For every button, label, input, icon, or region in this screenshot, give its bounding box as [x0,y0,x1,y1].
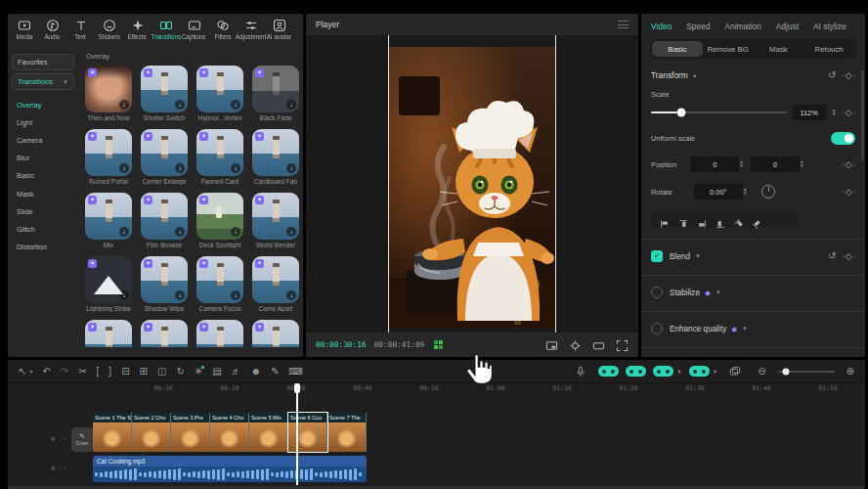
favorites-button[interactable]: Favorites [12,54,74,70]
inspector-scrollbar[interactable] [861,70,864,160]
align-left-icon[interactable] [660,215,670,225]
clip-scene-7-the[interactable]: Scene 7 The [327,413,367,452]
toolbar-item-media[interactable]: Media [10,17,38,40]
select-caret-icon[interactable]: ▾ [29,369,32,375]
position-y-field[interactable]: 0 [751,156,800,172]
transition-card-center-enlarge[interactable]: ✦↓Center Enlarge [141,129,188,185]
transition-card-camera-focus[interactable]: ✦↓Camera Focus [196,256,243,312]
clip-scene-3-pre[interactable]: Scene 3 Pre [171,413,210,452]
video-preview[interactable] [389,47,555,329]
timeline-zoom-slider[interactable] [778,371,835,373]
chevron-down-icon[interactable]: ▼ [695,253,701,259]
position-x-field[interactable]: 0 [690,156,739,172]
collapse-icon[interactable]: ▲ [692,72,698,78]
rotate-stepper[interactable]: ▲▼ [743,188,748,197]
uniform-scale-toggle[interactable] [831,132,855,145]
crop-icon[interactable]: ⊞ [140,367,148,377]
track-lock-icon[interactable]: ▪ [65,465,66,470]
zoom-in-icon[interactable]: ⊕ [846,367,854,377]
sidebar-item-overlay[interactable]: Overlay [8,96,78,113]
mirror-icon[interactable]: ◫ [157,367,166,377]
toolbar-item-effects[interactable]: Effects [123,17,152,40]
track-toggle-4[interactable] [689,366,710,377]
sidebar-item-mask[interactable]: Mask [8,185,78,202]
draw-icon[interactable]: ✎ [271,367,279,377]
undo-icon[interactable]: ↶ [42,367,50,377]
transform-keyframe-icon[interactable]: ‹◇› [842,70,855,80]
toolbar-item-stickers[interactable]: Stickers [95,17,123,40]
sidebar-item-camera[interactable]: Camera [8,131,78,149]
scale-keyframe-icon[interactable]: ‹◇› [842,108,855,117]
subtab-basic[interactable]: Basic [652,41,703,57]
position-x-stepper[interactable]: ▲▼ [739,160,744,169]
toolbar-item-captions[interactable]: Captions [180,17,208,40]
tab-video[interactable]: Video [651,22,672,31]
audio-clip[interactable]: Cat Cooking.mp3 [93,456,367,482]
reset-transform-icon[interactable]: ↺ [828,70,836,80]
toolbar-item-ai-avatar[interactable]: AI avatar [265,17,293,40]
track-toggle-1[interactable] [598,366,619,377]
clip-scene-4-cho[interactable]: Scene 4 Cho [210,413,249,452]
sidebar-item-blur[interactable]: Blur [8,150,78,167]
subtab-remove-bg[interactable]: Remove BG [703,41,754,57]
delete-icon[interactable]: ⊟ [121,367,129,377]
category-selector[interactable]: Transitions ▼ [12,73,74,90]
delete-right-icon[interactable]: ] [108,367,111,377]
sidebar-item-glitch[interactable]: Glitch [8,220,78,238]
position-keyframe-icon[interactable]: ‹◇› [842,159,855,169]
toolbar-item-audio[interactable]: Audio [38,17,66,40]
transition-card-fanned-card[interactable]: ✦↓Fanned Card [196,129,243,185]
tab-ai-stylize[interactable]: AI stylize [813,22,846,31]
chevron-down-icon[interactable]: ▼ [742,326,748,332]
transition-card-ruined-portal[interactable]: ✦↓Ruined Portal [85,129,132,185]
transition-card-world-bender[interactable]: ✦↓World Bender [252,193,299,248]
transition-card-film-browse[interactable]: ✦↓Film Browse [141,193,188,248]
toolbar-item-filters[interactable]: Filters [208,17,237,40]
track-hide-icon[interactable]: ◉ [51,435,56,441]
sidebar-item-distortion[interactable]: Distortion [8,239,78,256]
clip-scene-5-mix[interactable]: Scene 5 Mix [249,413,288,452]
clip-scene-6-coo[interactable]: Scene 6 Coo [288,413,327,452]
align-top-icon[interactable] [716,215,725,225]
tab-speed[interactable]: Speed [686,22,710,31]
rotate-dial[interactable] [761,185,775,199]
mirror-display-icon[interactable] [592,338,605,351]
cover-button[interactable]: ✎ Cover [71,427,93,452]
zoom-out-icon[interactable]: ⊖ [758,367,765,377]
tab-adjust[interactable]: Adjust [776,22,799,31]
video-stage[interactable] [306,35,638,333]
toolbar-item-adjustment[interactable]: Adjustment [237,17,265,40]
toolbar-item-transitions[interactable]: Transitions [152,17,180,40]
transition-card-black-fade[interactable]: ✦↓Black Fade [252,66,299,121]
zoom-slider-handle[interactable] [782,368,789,375]
keyboard-icon[interactable]: ⌨ [289,367,303,377]
player-menu-icon[interactable] [618,21,629,28]
checkbox-icon[interactable] [651,323,663,334]
rotate-keyframe-icon[interactable]: ‹◇› [842,187,855,197]
track-mute-icon[interactable]: ♪ [59,465,62,470]
transition-card-shadow-wipe[interactable]: ✦↓Shadow Wipe [141,256,188,312]
sidebar-item-basic[interactable]: Basic [8,167,78,185]
track-toggle-3[interactable] [653,366,673,377]
align-center-h-icon[interactable] [678,215,688,225]
sidebar-item-slide[interactable]: Slide [8,202,78,220]
audio-icon[interactable]: ♬ [232,367,241,377]
smart-tools-icon[interactable]: ✳ [195,367,202,377]
position-y-stepper[interactable]: ▲▼ [800,160,804,169]
scale-slider[interactable] [651,111,787,113]
transition-card-more[interactable]: ✦↓ [252,320,299,347]
rotate-field[interactable]: 0.00° [694,184,743,200]
avatar-icon[interactable]: ☻ [251,367,262,377]
transition-card-deck-spotlight[interactable]: ✦↓Deck Spotlight [196,193,243,248]
scale-slider-handle[interactable] [676,109,685,117]
select-cursor-icon[interactable]: ↖ [19,367,26,377]
subtab-mask[interactable]: Mask [754,41,804,57]
timeline-ruler[interactable]: 00:1000:2000:3000:4000:5001:0001:1001:20… [8,383,865,394]
transition-card-lightning-strike[interactable]: ✦↓Lightning Strike [85,256,132,312]
scale-value[interactable]: 112% [793,105,826,120]
checkbox-checked-icon[interactable]: ✓ [651,250,663,262]
transition-card-shutter-switch[interactable]: ✦↓Shutter Switch [141,66,188,121]
chevron-down-icon[interactable]: ▼ [676,369,681,375]
transition-card-cardboard-fan[interactable]: ✦↓Cardboard Fan [252,129,299,185]
split-icon[interactable]: ✂ [78,367,86,377]
